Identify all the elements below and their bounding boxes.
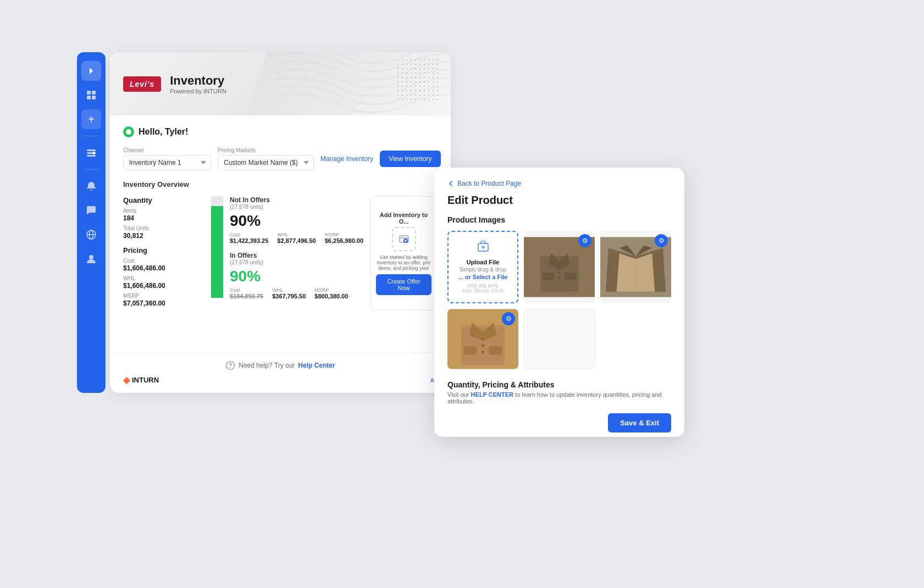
sidebar-item-add[interactable]: + (81, 109, 101, 129)
svg-rect-7 (87, 155, 96, 157)
sidebar-item-toggle[interactable] (81, 143, 101, 163)
cost-value: $1,606,486.00 (123, 264, 202, 272)
svg-rect-40 (464, 346, 477, 355)
channel-filter-group: Channel Inventory Name 1 (123, 147, 211, 170)
svg-rect-3 (92, 96, 96, 99)
msrp-value: $7,057,360.00 (123, 299, 202, 307)
quantity-section-title: Quantity (123, 196, 202, 204)
sidebar-divider (83, 136, 99, 136)
in-offers-whl-value: $367,795.50 (272, 293, 306, 299)
add-inventory-icon (392, 227, 416, 251)
chevron-left-icon (447, 180, 454, 187)
svg-point-15 (230, 367, 231, 368)
svg-rect-41 (489, 346, 502, 355)
upload-select-link[interactable]: ... or Select a File (458, 274, 508, 280)
inturn-logo: ◆ INTURN (123, 375, 159, 385)
greeting-avatar (123, 126, 134, 137)
not-in-offers-stats: Cost $1,422,393.25 WHL $2,877,496.50 MSR… (230, 232, 363, 244)
sidebar-item-globe[interactable] (81, 225, 101, 245)
pricing-select[interactable]: Custom Market Name ($) (218, 155, 314, 170)
back-to-product-link[interactable]: Back to Product Page (447, 180, 671, 187)
qty-pricing-help-link[interactable]: HELP CENTER (471, 391, 513, 398)
add-inventory-box: Add Inventory to O... Get started by add… (370, 196, 438, 310)
in-offers-title: In Offers (230, 252, 363, 259)
sidebar-item-grid[interactable] (81, 85, 101, 105)
add-inventory-desc: Get started by adding inventory to an of… (376, 254, 431, 271)
footer-brand-row: ◆ INTURN Ab (123, 375, 438, 385)
greeting-text: Hello, Tyler! (139, 127, 188, 137)
inturn-brand-name: INTURN (132, 376, 159, 384)
back-label: Back to Product Page (457, 180, 521, 187)
items-value: 184 (123, 214, 202, 222)
qty-pricing-section: Quantity, Pricing & Attributes Visit our… (447, 380, 671, 404)
product-image-1: ⚙ (524, 231, 595, 303)
upload-formats: png, jpg, jpeg (468, 282, 497, 288)
sidebar-item-arrow[interactable] (81, 61, 101, 81)
help-icon (225, 360, 235, 370)
channel-select[interactable]: Inventory Name 1 (123, 155, 211, 170)
not-in-cost: Cost $1,422,393.25 (230, 232, 268, 244)
product-image-3: ⚙ (447, 309, 518, 369)
edit-product-title: Edit Product (447, 194, 671, 207)
whl-value: $1,606,486.00 (123, 282, 202, 290)
svg-point-37 (482, 338, 484, 341)
create-offer-button[interactable]: Create Offer Now (376, 274, 431, 295)
svg-point-21 (558, 266, 561, 268)
in-offers-cost: Cost $184,092.75 (230, 287, 263, 299)
in-offers-msrp: MSRP $800,380.00 (314, 287, 348, 299)
overview-left-panel: Quantity Items 184 Total Units 30,812 Pr… (123, 196, 211, 310)
overview-right-panel: Not In Offers (27,678 units) 90% Cost $1… (211, 196, 438, 310)
msrp-label: MSRP (123, 293, 202, 299)
upload-file-box[interactable]: Upload File Simply drag & drop ... or Se… (447, 231, 518, 303)
pricing-filter-group: Pricing Markets Custom Market Name ($) (218, 147, 314, 170)
upload-drag-drop: Simply drag & drop (460, 267, 506, 273)
header-title: Inventory (170, 74, 226, 88)
sidebar-item-user[interactable] (81, 249, 101, 269)
inturn-diamond-icon: ◆ (123, 375, 130, 385)
svg-point-11 (89, 255, 93, 259)
svg-marker-29 (617, 253, 636, 291)
upload-icon (477, 241, 489, 256)
manage-inventory-button[interactable]: Manage Inventory (320, 155, 373, 163)
save-exit-button[interactable]: Save & Exit (608, 413, 671, 432)
svg-rect-2 (87, 96, 91, 99)
view-inventory-button[interactable]: View Inventory (380, 151, 441, 167)
add-inventory-title: Add Inventory to O... (376, 212, 431, 225)
in-offers-cost-value: $184,092.75 (230, 293, 263, 299)
qty-pricing-title: Quantity, Pricing & Attributes (447, 380, 671, 389)
svg-marker-30 (636, 253, 655, 291)
svg-point-22 (558, 271, 561, 274)
total-units-label: Total Units (123, 225, 202, 231)
card-header: Levi's Inventory Powered by INTURN (110, 52, 451, 115)
modal-footer: Save & Exit (447, 404, 671, 432)
modal-inner: Back to Product Page Edit Product Produc… (434, 168, 684, 437)
chart-bar-fill (211, 206, 223, 292)
filters-row: Channel Inventory Name 1 Pricing Markets… (123, 147, 438, 170)
header-dots-decoration (396, 58, 440, 102)
inventory-overview-title: Inventory Overview (123, 180, 438, 188)
overview-grid: Quantity Items 184 Total Units 30,812 Pr… (123, 196, 438, 310)
svg-rect-24 (543, 273, 554, 280)
not-in-offers-title: Not In Offers (230, 196, 363, 204)
help-center-link[interactable]: Help Center (298, 362, 335, 369)
product-image-2: ⚙ (600, 231, 671, 303)
sidebar-item-chat[interactable] (81, 201, 101, 220)
sidebar-item-bell[interactable] (81, 176, 101, 196)
product-image-2-settings-button[interactable]: ⚙ (655, 234, 668, 247)
greeting-row: Hello, Tyler! (123, 126, 438, 137)
svg-rect-0 (87, 91, 91, 95)
header-title-block: Inventory Powered by INTURN (170, 74, 226, 95)
edit-product-modal: Back to Product Page Edit Product Produc… (434, 168, 684, 437)
not-in-offers-section: Not In Offers (27,678 units) 90% Cost $1… (230, 196, 363, 244)
images-grid: Upload File Simply drag & drop ... or Se… (447, 231, 671, 369)
not-in-offers-pct: 90% (230, 212, 363, 230)
svg-point-39 (482, 351, 484, 353)
header-subtitle: Powered by INTURN (170, 88, 226, 95)
items-label: Items (123, 208, 202, 214)
in-offers-whl: WHL $367,795.50 (272, 287, 306, 299)
total-units-value: 30,812 (123, 232, 202, 240)
product-image-3-settings-button[interactable]: ⚙ (502, 312, 515, 325)
product-images-title: Product Images (447, 215, 671, 224)
in-offers-units: (27,678 units) (230, 259, 363, 265)
product-image-1-settings-button[interactable]: ⚙ (578, 234, 591, 247)
